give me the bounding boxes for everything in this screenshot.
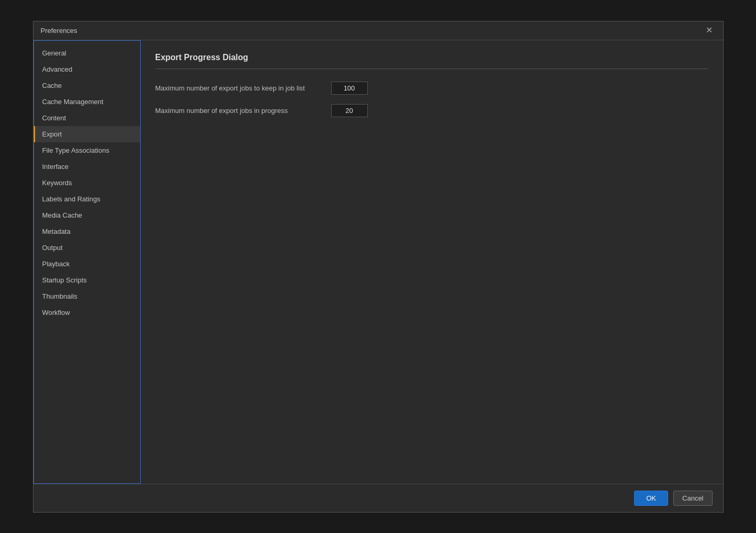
sidebar-item-content[interactable]: Content [34, 110, 140, 126]
sidebar-item-interface[interactable]: Interface [34, 158, 140, 175]
field-label-max-jobs-list: Maximum number of export jobs to keep in… [155, 84, 323, 92]
sidebar-item-metadata[interactable]: Metadata [34, 223, 140, 240]
field-row-max-jobs-progress: Maximum number of export jobs in progres… [155, 104, 708, 117]
sidebar-item-advanced[interactable]: Advanced [34, 61, 140, 77]
sidebar-item-workflow[interactable]: Workflow [34, 304, 140, 321]
field-row-max-jobs-list: Maximum number of export jobs to keep in… [155, 82, 708, 95]
sidebar-item-thumbnails[interactable]: Thumbnails [34, 288, 140, 304]
dialog-body: GeneralAdvancedCacheCache ManagementCont… [33, 40, 723, 484]
fields-container: Maximum number of export jobs to keep in… [155, 82, 708, 117]
dialog-footer: OK Cancel [33, 484, 723, 512]
sidebar-item-playback[interactable]: Playback [34, 256, 140, 272]
sidebar-item-keywords[interactable]: Keywords [34, 175, 140, 191]
section-divider [155, 69, 708, 69]
field-input-max-jobs-list[interactable] [331, 82, 368, 95]
sidebar-item-cache[interactable]: Cache [34, 77, 140, 94]
sidebar-item-file-type-associations[interactable]: File Type Associations [34, 142, 140, 158]
main-content: Export Progress Dialog Maximum number of… [141, 40, 723, 484]
field-input-max-jobs-progress[interactable] [331, 104, 368, 117]
sidebar-item-labels-and-ratings[interactable]: Labels and Ratings [34, 191, 140, 207]
sidebar-item-general[interactable]: General [34, 45, 140, 61]
sidebar: GeneralAdvancedCacheCache ManagementCont… [33, 40, 141, 484]
dialog-title: Preferences [41, 27, 77, 35]
sidebar-item-export[interactable]: Export [34, 126, 140, 142]
title-bar: Preferences ✕ [33, 21, 723, 40]
sidebar-item-cache-management[interactable]: Cache Management [34, 94, 140, 110]
close-button[interactable]: ✕ [703, 24, 716, 37]
ok-button[interactable]: OK [634, 491, 668, 506]
section-title: Export Progress Dialog [155, 53, 708, 62]
sidebar-item-media-cache[interactable]: Media Cache [34, 207, 140, 223]
field-label-max-jobs-progress: Maximum number of export jobs in progres… [155, 107, 323, 115]
preferences-dialog: Preferences ✕ GeneralAdvancedCacheCache … [33, 21, 724, 513]
sidebar-item-startup-scripts[interactable]: Startup Scripts [34, 272, 140, 288]
cancel-button[interactable]: Cancel [673, 491, 712, 506]
sidebar-item-output[interactable]: Output [34, 240, 140, 256]
